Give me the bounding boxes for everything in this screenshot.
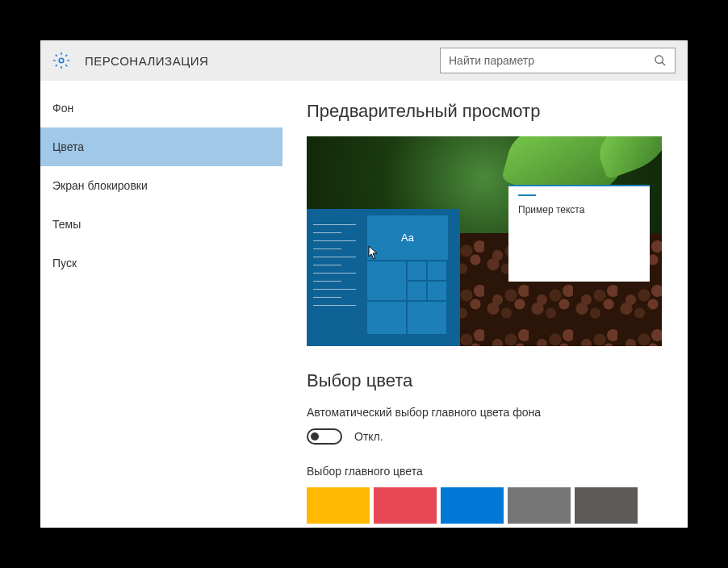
preview-tile [367, 302, 406, 334]
color-swatch[interactable] [307, 487, 370, 524]
search-icon [654, 54, 667, 67]
preview-start-tiles: Aa [367, 209, 460, 346]
svg-point-1 [655, 56, 663, 63]
gear-icon [52, 52, 70, 69]
color-swatch-row [307, 487, 663, 524]
sidebar: Фон Цвета Экран блокировки Темы Пуск [40, 81, 282, 528]
sidebar-item-colors[interactable]: Цвета [40, 127, 282, 166]
content-area: Предварительный просмотр Aa [282, 81, 688, 528]
header-bar: ПЕРСОНАЛИЗАЦИЯ [40, 40, 688, 81]
preview-sample-window: Пример текста [508, 185, 650, 282]
sidebar-item-label: Цвета [52, 140, 84, 153]
preview-tile [367, 261, 406, 300]
header-title: ПЕРСОНАЛИЗАЦИЯ [85, 54, 425, 68]
auto-color-label: Автоматический выбор главного цвета фона [307, 406, 663, 419]
sidebar-item-background[interactable]: Фон [40, 89, 282, 127]
preview-start-menu: Aa [307, 209, 460, 346]
sidebar-item-label: Экран блокировки [52, 179, 148, 192]
settings-window: ПЕРСОНАЛИЗАЦИЯ Фон Цвета Экран блокировк… [40, 40, 688, 528]
preview-panel: Aa [307, 136, 662, 346]
color-section-title: Выбор цвета [307, 370, 663, 391]
sidebar-item-label: Темы [52, 218, 81, 231]
preview-tile [428, 261, 446, 280]
cursor-icon [368, 245, 379, 261]
svg-line-2 [662, 62, 665, 65]
sample-window-text: Пример текста [518, 204, 640, 215]
sidebar-item-start[interactable]: Пуск [40, 244, 282, 282]
preview-start-list [307, 209, 367, 346]
body: Фон Цвета Экран блокировки Темы Пуск Пре… [40, 81, 688, 528]
color-swatch[interactable] [575, 487, 638, 524]
toggle-row: Откл. [307, 428, 663, 445]
toggle-knob [311, 432, 319, 441]
preview-tile [408, 261, 426, 280]
toggle-state-label: Откл. [354, 430, 383, 443]
sidebar-item-themes[interactable]: Темы [40, 205, 282, 244]
svg-point-0 [59, 58, 64, 63]
color-swatch[interactable] [441, 487, 504, 524]
sidebar-item-label: Пуск [52, 257, 77, 269]
search-input[interactable] [449, 54, 654, 67]
color-swatch[interactable] [374, 487, 437, 524]
auto-color-toggle[interactable] [307, 428, 342, 445]
preview-tile [408, 302, 446, 334]
color-swatch[interactable] [508, 487, 571, 524]
preview-title: Предварительный просмотр [307, 101, 663, 122]
accent-color-label: Выбор главного цвета [307, 465, 663, 478]
preview-tile [428, 282, 446, 300]
preview-tile [408, 282, 426, 300]
sidebar-item-label: Фон [52, 102, 73, 115]
sidebar-item-lockscreen[interactable]: Экран блокировки [40, 166, 282, 205]
preview-tile: Aa [367, 215, 448, 260]
search-box[interactable] [440, 48, 676, 73]
